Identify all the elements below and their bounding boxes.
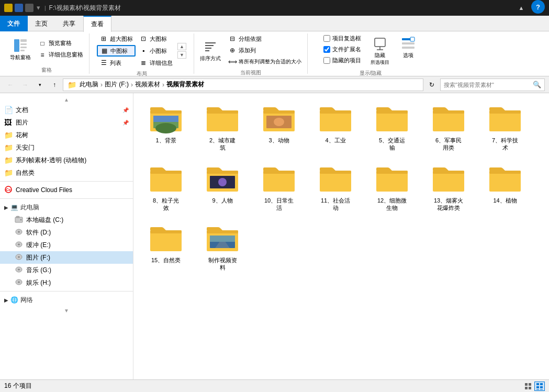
folder-item-10[interactable]: 11、社会活 动: [309, 160, 362, 216]
sort-btn[interactable]: 排序方式: [197, 37, 223, 64]
titlebar-icon-3: [25, 4, 33, 12]
ribbon-tabs: 文件 主页 共享 查看: [0, 16, 549, 31]
crumb-drive[interactable]: 图片 (F:): [104, 80, 130, 89]
small-label: 小图标: [150, 47, 167, 55]
group-by-btn[interactable]: ⊟ 分组依据: [226, 33, 304, 44]
tab-file[interactable]: 文件: [0, 16, 28, 31]
folder-item-1[interactable]: 2、城市建 筑: [196, 99, 249, 155]
sidebar-drive-d[interactable]: 软件 (D:): [0, 226, 133, 239]
list-btn[interactable]: ☰ 列表: [97, 58, 136, 68]
details-icon: ≡: [38, 51, 47, 59]
svg-rect-71: [210, 236, 235, 242]
fit-cols-btn[interactable]: ⟺ 将所有列调整为合适的大小: [226, 57, 304, 67]
svg-rect-64: [489, 171, 521, 174]
layout-down-arrow[interactable]: ▼: [177, 51, 186, 59]
sidebar-drive-g[interactable]: 音乐 (G:): [0, 264, 133, 276]
hidden-items-toggle[interactable]: 隐藏的项目: [321, 55, 363, 65]
sidebar-item-pictures[interactable]: 🖼 图片 📌: [0, 116, 133, 129]
crumb-folder1[interactable]: 视频素材: [134, 80, 161, 89]
sidebar-item-documents[interactable]: 📄 文档 📌: [0, 104, 133, 116]
search-input[interactable]: [444, 82, 531, 88]
sidebar-item-series[interactable]: 📁 系列帧素材-透明 (动植物): [0, 154, 133, 166]
folder-item-15[interactable]: 制作视频资 料: [196, 219, 249, 275]
hide-btn[interactable]: 隐藏 所选项目: [367, 33, 393, 68]
nav-pane-btn[interactable]: 导航窗格: [7, 36, 33, 63]
folder-item-2[interactable]: 3、动物: [253, 99, 305, 155]
folder-item-0[interactable]: 1、背景: [140, 99, 192, 155]
folder-item-8[interactable]: 9、人物: [196, 160, 249, 216]
sidebar-divider-1: [0, 181, 133, 182]
search-box[interactable]: 🔍: [440, 79, 545, 91]
sidebar-item-nature[interactable]: 📁 自然类: [0, 166, 133, 179]
window-controls[interactable]: ▲ ?: [513, 0, 545, 16]
sidebar-this-pc[interactable]: ▶ 💻 此电脑: [0, 201, 133, 214]
fit-cols-label: 将所有列调整为合适的大小: [239, 58, 301, 65]
sidebar-network[interactable]: ▶ 🌐 网络: [0, 294, 133, 306]
medium-btn[interactable]: ▦ 中图标: [97, 45, 136, 57]
folder-item-11[interactable]: 12、细胞微 生物: [366, 160, 418, 216]
refresh-btn[interactable]: ↻: [425, 79, 438, 91]
folder-item-13[interactable]: 14、植物: [479, 160, 531, 216]
extra-large-btn[interactable]: ⊞ 超大图标: [97, 33, 136, 44]
tab-view[interactable]: 查看: [83, 16, 111, 32]
layout-up-arrow[interactable]: ▲: [177, 43, 186, 50]
back-btn[interactable]: ←: [4, 79, 17, 91]
help-btn[interactable]: ?: [531, 0, 545, 14]
selected-items-label: 所选项目: [371, 59, 389, 66]
svg-rect-13: [402, 42, 414, 44]
folder-label-6: 7、科学技 术: [492, 137, 518, 152]
view-list-btn[interactable]: [534, 382, 545, 391]
tab-share[interactable]: 共享: [55, 16, 83, 31]
folder-item-4[interactable]: 5、交通运 输: [366, 99, 418, 155]
file-ext-input[interactable]: [323, 46, 330, 53]
options-btn[interactable]: 选项: [397, 33, 420, 61]
small-btn[interactable]: ▪ 小图标: [137, 45, 175, 57]
titlebar-icon-2: [15, 4, 23, 12]
recent-btn[interactable]: ▾: [33, 79, 46, 91]
folder-label-4: 5、交通运 输: [379, 137, 405, 152]
folder-icon-wrap-8: [204, 163, 241, 195]
item-checkbox-input[interactable]: [323, 35, 330, 42]
folder-item-5[interactable]: 6、军事民 用类: [422, 99, 475, 155]
nav-up-btn[interactable]: ▲: [513, 0, 529, 16]
sidebar-item-huashu[interactable]: 📁 花树: [0, 129, 133, 141]
sidebar-drive-h[interactable]: 娱乐 (H:): [0, 276, 133, 289]
sidebar-drive-c[interactable]: 本地磁盘 (C:): [0, 214, 133, 226]
details-label: 详细信息窗格: [49, 51, 83, 59]
folder-item-14[interactable]: 15、自然类: [140, 219, 192, 275]
add-col-btn[interactable]: ⊕ 添加列: [226, 45, 304, 55]
details-pane-btn[interactable]: ≡ 详细信息窗格: [36, 50, 86, 60]
hidden-items-input[interactable]: [323, 57, 330, 64]
forward-btn[interactable]: →: [19, 79, 31, 91]
address-input[interactable]: 📁 此电脑 › 图片 (F:) › 视频素材 › 视频背景素材: [63, 79, 423, 91]
up-btn[interactable]: ↑: [48, 79, 61, 91]
sidebar-scroll-down: ▼: [0, 306, 133, 315]
folder-item-7[interactable]: 8、粒子光 效: [140, 160, 192, 216]
nav-pane-icon: [12, 37, 29, 54]
sidebar-drive-f[interactable]: 图片 (F:): [0, 251, 133, 264]
file-ext-toggle[interactable]: 文件扩展名: [321, 44, 363, 54]
sidebar-drive-e[interactable]: 缓冲 (E:): [0, 239, 133, 251]
titlebar-path: F:\视频素材\视频背景素材: [49, 4, 121, 13]
folder-icon-wrap-12: [430, 163, 467, 195]
details-btn[interactable]: ≣ 详细信息: [137, 58, 175, 68]
view-grid-btn[interactable]: [523, 382, 533, 391]
item-checkbox-toggle[interactable]: 项目复选框: [321, 33, 363, 43]
folder-item-3[interactable]: 4、工业: [309, 99, 362, 155]
crumb-thispc[interactable]: 此电脑: [79, 80, 99, 89]
group-icon: ⊟: [228, 35, 237, 43]
folder-item-12[interactable]: 13、烟雾火 花爆炸类: [422, 160, 475, 216]
large-btn[interactable]: ⊡ 大图标: [137, 33, 175, 44]
preview-pane-btn[interactable]: □ 预览窗格: [36, 38, 86, 49]
statusbar: 16 个项目: [0, 379, 549, 392]
svg-rect-52: [207, 171, 238, 174]
tab-home[interactable]: 主页: [28, 16, 55, 31]
main-layout: ▲ 📄 文档 📌 🖼 图片 📌 📁 花树 📁 天安门 📁 系列帧素材-透明 (动…: [0, 93, 549, 379]
folder-item-9[interactable]: 10、日常生 活: [253, 160, 305, 216]
folder-item-6[interactable]: 7、科学技 术: [479, 99, 531, 155]
network-icon: 🌐: [10, 296, 18, 304]
sidebar-item-tiananmen[interactable]: 📁 天安门: [0, 141, 133, 154]
crumb-folder2[interactable]: 视频背景素材: [165, 80, 205, 89]
svg-rect-1: [20, 39, 27, 42]
sidebar-item-creative-cloud[interactable]: Cc Creative Cloud Files: [0, 184, 133, 196]
